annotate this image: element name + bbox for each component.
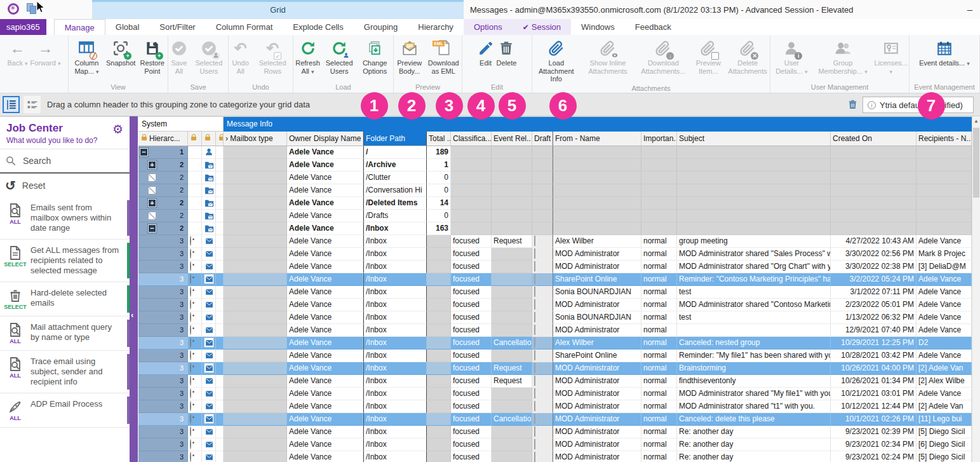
cell-hier[interactable]: 3 <box>138 388 188 400</box>
cell-from[interactable]: Alex Wilber <box>553 235 641 248</box>
cell-created[interactable]: 3/30/2022 02:38 PM <box>831 261 916 273</box>
cell-draft[interactable] <box>532 413 553 426</box>
preview-body--button[interactable]: Preview Body... <box>394 37 425 76</box>
cell-draft[interactable] <box>532 159 553 172</box>
cell-folder[interactable]: /Clutter <box>363 172 427 184</box>
column-header-c2[interactable] <box>202 132 216 146</box>
message-row[interactable]: 3Adele Vance/InboxfocusedMOD Administrat… <box>138 299 972 311</box>
cell-c1[interactable] <box>188 388 202 400</box>
cell-eventrel[interactable]: Request <box>492 362 532 375</box>
draft-checkbox[interactable] <box>534 299 535 309</box>
cell-mailbox[interactable] <box>224 146 287 159</box>
folder-row[interactable]: 2Adele Vance/Conversation Hi0 <box>138 184 972 197</box>
cell-from[interactable]: MOD Administrator <box>553 426 641 438</box>
column-header-created[interactable]: Created On <box>831 132 916 146</box>
band-header-system[interactable]: System <box>138 117 224 132</box>
cell-mailbox[interactable] <box>224 286 287 299</box>
cell-folder[interactable]: /Inbox <box>363 413 427 426</box>
cell-classification[interactable] <box>451 197 492 210</box>
draft-checkbox[interactable] <box>534 376 535 386</box>
cell-c3[interactable] <box>216 261 224 273</box>
cell-classification[interactable]: focused <box>451 311 492 324</box>
cell-recipients[interactable]: Adele Vance <box>916 299 972 311</box>
cell-draft[interactable] <box>532 438 553 451</box>
cell-c2[interactable] <box>202 159 216 172</box>
cell-c2[interactable] <box>202 261 216 273</box>
cell-total[interactable] <box>427 362 451 375</box>
cell-classification[interactable] <box>451 172 492 184</box>
cell-total[interactable]: 0 <box>427 172 451 184</box>
cell-total[interactable] <box>427 311 451 324</box>
cell-classification[interactable]: focused <box>451 426 492 438</box>
cell-c2[interactable] <box>202 235 216 248</box>
cell-subject[interactable]: Canceled: nested group <box>677 337 831 350</box>
cell-from[interactable]: MOD Administrator <box>553 324 641 337</box>
cell-created[interactable] <box>831 146 916 159</box>
cell-c2[interactable] <box>202 375 216 388</box>
cell-from[interactable]: MOD Administrator <box>553 261 641 273</box>
cell-eventrel[interactable] <box>492 172 532 184</box>
cell-created[interactable] <box>831 222 916 235</box>
cell-total[interactable]: 163 <box>427 222 451 235</box>
cell-created[interactable] <box>831 184 916 197</box>
cell-draft[interactable] <box>532 375 553 388</box>
cell-mailbox[interactable] <box>224 172 287 184</box>
cell-hier[interactable]: 3 <box>138 350 188 362</box>
cell-owner[interactable]: Adele Vance <box>287 400 363 413</box>
cell-eventrel[interactable] <box>492 311 532 324</box>
draft-checkbox[interactable] <box>534 248 535 259</box>
cell-importance[interactable]: normal <box>641 324 677 337</box>
cell-folder[interactable]: /Inbox <box>363 222 427 235</box>
cell-c3[interactable] <box>216 324 224 337</box>
cell-owner[interactable]: Adele Vance <box>287 248 363 261</box>
cell-importance[interactable] <box>641 222 677 235</box>
cell-c1[interactable] <box>188 273 202 286</box>
app-logo-icon[interactable] <box>8 3 19 15</box>
cell-owner[interactable]: Adele Vance <box>287 413 363 426</box>
cell-importance[interactable]: normal <box>641 362 677 375</box>
cell-eventrel[interactable] <box>492 197 532 210</box>
cell-classification[interactable]: focused <box>451 337 492 350</box>
message-row-selected[interactable]: 3Adele Vance/InboxfocusedSharePoint Onli… <box>138 273 972 286</box>
cell-folder[interactable]: /Inbox <box>363 273 427 286</box>
snapshot-button[interactable]: +Snapshot <box>105 37 137 68</box>
cell-c1[interactable] <box>188 451 202 462</box>
cell-recipients[interactable] <box>916 210 972 222</box>
cell-total[interactable] <box>427 438 451 451</box>
cell-eventrel[interactable] <box>492 286 532 299</box>
cell-hier[interactable]: 3 <box>138 273 188 286</box>
cell-importance[interactable]: normal <box>641 337 677 350</box>
cell-subject[interactable]: Re: another day <box>677 426 831 438</box>
tab-feedback[interactable]: Feedback <box>625 19 681 35</box>
cell-draft[interactable] <box>532 286 553 299</box>
cell-draft[interactable] <box>532 235 553 248</box>
message-row[interactable]: 3Adele Vance/InboxfocusedMOD Administrat… <box>138 451 972 462</box>
selected-users-button[interactable]: Selected Users <box>322 37 356 76</box>
cell-classification[interactable]: focused <box>451 324 492 337</box>
cell-from[interactable]: MOD Administrator <box>553 248 641 261</box>
cell-importance[interactable] <box>641 197 677 210</box>
cell-c3[interactable] <box>216 400 224 413</box>
cell-c3[interactable] <box>216 350 224 362</box>
cell-eventrel[interactable] <box>492 426 532 438</box>
cell-importance[interactable]: normal <box>641 438 677 451</box>
expand-box[interactable]: + <box>148 161 156 169</box>
message-row[interactable]: 3Adele Vance/InboxfocusedSonia BOUNARDJI… <box>138 286 972 299</box>
cell-owner[interactable]: Adele Vance <box>287 222 363 235</box>
cell-classification[interactable]: focused <box>451 299 492 311</box>
cell-folder[interactable]: /Inbox <box>363 261 427 273</box>
job-item-4[interactable]: ALLMail attachment query by name or type <box>0 316 130 351</box>
column-header-importance[interactable]: Importan... <box>641 132 677 146</box>
cell-owner[interactable]: Adele Vance <box>287 375 363 388</box>
cell-total[interactable] <box>427 337 451 350</box>
cell-classification[interactable]: focused <box>451 413 492 426</box>
job-item-2[interactable]: SELECTGet ALL messages from recipients r… <box>0 240 130 282</box>
cell-recipients[interactable]: [11] Lego bui <box>916 413 972 426</box>
cell-draft[interactable] <box>532 273 553 286</box>
cell-eventrel[interactable] <box>492 350 532 362</box>
cell-mailbox[interactable] <box>224 413 287 426</box>
cell-draft[interactable] <box>532 350 553 362</box>
cell-importance[interactable]: normal <box>641 235 677 248</box>
cell-folder[interactable]: /Inbox <box>363 235 427 248</box>
cell-subject[interactable]: MOD Administrator shared "Org Chart" wit… <box>677 261 831 273</box>
